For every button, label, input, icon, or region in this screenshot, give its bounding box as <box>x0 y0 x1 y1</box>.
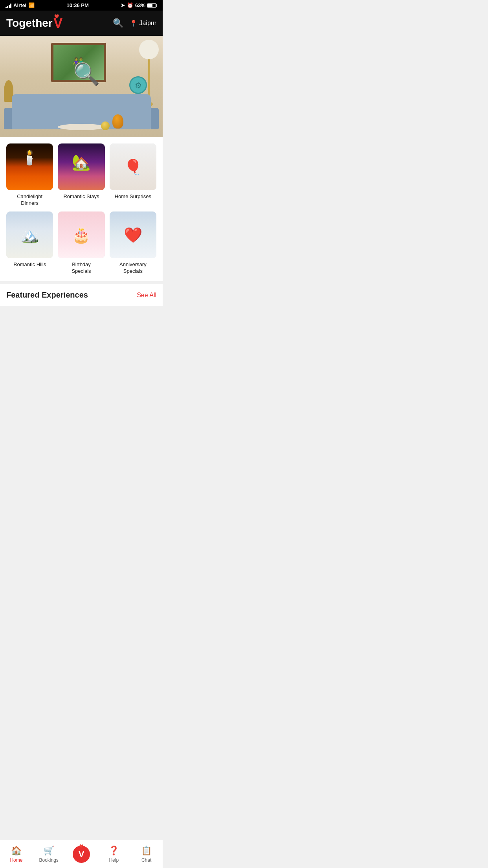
category-candlelight-dinners[interactable]: CandlelightDinners <box>6 143 53 207</box>
category-anniversary-image: ❤️ <box>110 211 156 258</box>
status-left: Airtel 📶 <box>6 2 35 8</box>
bottom-spacer <box>0 306 163 337</box>
location-arrow-icon: ➤ <box>121 2 125 8</box>
categories-grid: CandlelightDinners Romantic Stays 🎈 Home… <box>6 143 156 275</box>
battery-body <box>147 3 156 8</box>
location-button[interactable]: 📍 Jaipur <box>130 20 156 27</box>
location-city: Jaipur <box>139 20 156 27</box>
birthday-visual: 🎂 <box>58 211 105 258</box>
category-stays-label: Romantic Stays <box>63 193 99 200</box>
category-romantic-hills[interactable]: 🏔️ Romantic Hills <box>6 211 53 275</box>
featured-section: Featured Experiences See All <box>0 284 163 306</box>
lamp-shade <box>139 40 159 59</box>
category-candlelight-image <box>6 143 53 190</box>
category-surprises-label: Home Surprises <box>115 193 151 200</box>
category-birthday-specials[interactable]: 🎂 BirthdaySpecials <box>58 211 105 275</box>
battery-percent: 63% <box>135 2 145 8</box>
category-birthday-label: BirthdaySpecials <box>72 261 91 275</box>
categories-section: CandlelightDinners Romantic Stays 🎈 Home… <box>0 137 163 281</box>
location-pin-icon: 📍 <box>130 20 138 27</box>
logo-together-text: Together <box>6 17 53 29</box>
category-anniversary-specials[interactable]: ❤️ AnniversarySpecials <box>110 211 156 275</box>
signal-bar-4 <box>10 4 11 8</box>
vase-gold <box>101 121 110 130</box>
battery-fill <box>148 4 152 7</box>
status-bar: Airtel 📶 10:36 PM ➤ ⏰ 63% <box>0 0 163 11</box>
category-hills-label: Romantic Hills <box>13 261 46 268</box>
coffee-table <box>58 124 105 130</box>
battery-tip <box>156 4 157 7</box>
signal-bar-1 <box>6 7 7 8</box>
category-surprises-image: 🎈 <box>110 143 156 190</box>
category-stays-image <box>58 143 105 190</box>
header-actions: 🔍 📍 Jaipur <box>113 18 156 28</box>
anniversary-visual: ❤️ <box>110 211 156 258</box>
app-header: Together ❤️ V 🔍 📍 Jaipur <box>0 11 163 36</box>
featured-header: Featured Experiences See All <box>6 291 156 300</box>
category-anniversary-label: AnniversarySpecials <box>119 261 147 275</box>
surprises-visual: 🎈 <box>110 143 156 190</box>
see-all-button[interactable]: See All <box>137 292 156 299</box>
category-candlelight-label: CandlelightDinners <box>17 193 42 207</box>
category-hills-image: 🏔️ <box>6 211 53 258</box>
logo-hearts-icon: ❤️ <box>54 15 59 18</box>
fan-icon: ⚙ <box>129 76 147 94</box>
stays-visual <box>58 143 105 190</box>
signal-bars <box>6 3 11 8</box>
carrier-name: Airtel <box>13 2 26 8</box>
search-button[interactable]: 🔍 <box>113 18 123 28</box>
category-romantic-stays[interactable]: Romantic Stays <box>58 143 105 207</box>
battery-indicator <box>147 3 157 8</box>
signal-bar-2 <box>7 6 8 8</box>
app-logo: Together ❤️ V <box>6 16 63 30</box>
hero-room-background: 👫 🔍 ⚙ <box>0 36 163 137</box>
logo-v-icon: ❤️ V <box>53 16 63 30</box>
hills-visual: 🏔️ <box>6 211 53 258</box>
alarm-icon: ⏰ <box>127 2 133 8</box>
signal-bar-3 <box>9 5 10 8</box>
wifi-icon: 📶 <box>28 2 35 8</box>
candle-visual <box>6 143 53 190</box>
status-time: 10:36 PM <box>66 2 88 8</box>
status-right: ➤ ⏰ 63% <box>121 2 157 8</box>
category-birthday-image: 🎂 <box>58 211 105 258</box>
magnifying-glass-icon: 🔍 <box>73 61 100 87</box>
category-home-surprises[interactable]: 🎈 Home Surprises <box>110 143 156 207</box>
vase-amber <box>112 114 123 129</box>
featured-title: Featured Experiences <box>6 291 88 300</box>
hero-banner: 👫 🔍 ⚙ <box>0 36 163 137</box>
